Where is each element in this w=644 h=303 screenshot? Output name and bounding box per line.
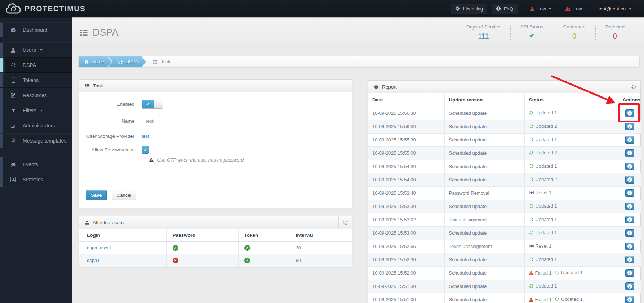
status-label: Updated 1 <box>536 230 557 235</box>
status-label: Updated 2 <box>536 177 557 182</box>
info-button[interactable]: i <box>625 229 634 237</box>
info-button[interactable]: i <box>625 269 634 277</box>
sidebar-item-events[interactable]: Events <box>0 157 72 172</box>
chart-icon <box>10 177 17 182</box>
report-actions-cell: i <box>618 107 641 120</box>
report-actions-cell: i <box>618 173 641 186</box>
info-button[interactable]: i <box>625 189 634 197</box>
sidebar-item-administrators[interactable]: Administrators <box>0 118 72 133</box>
list-icon <box>85 83 90 88</box>
status-label: Updated 1 <box>536 137 557 142</box>
refresh-button[interactable] <box>338 216 352 229</box>
faq-button[interactable]: FAQ <box>492 4 518 14</box>
user-login-link[interactable]: dspa1 <box>87 258 99 263</box>
cloud-logo-icon <box>5 3 21 15</box>
account-menu[interactable]: test@test.co <box>599 6 632 12</box>
accent-bar <box>0 134 3 148</box>
info-button[interactable]: i <box>625 163 634 170</box>
info-button[interactable]: i <box>625 136 634 144</box>
info-icon: i <box>627 244 632 249</box>
info-button[interactable]: i <box>625 243 634 250</box>
cancel-button[interactable]: Cancel <box>112 190 136 200</box>
report-status-cell: Updated 1 <box>524 200 618 213</box>
sidebar-item-resources[interactable]: Resources <box>0 88 72 103</box>
report-reason-cell: Scheduled update <box>444 226 524 240</box>
name-input[interactable] <box>142 116 340 126</box>
info-icon: i <box>627 284 632 289</box>
info-button[interactable]: i <box>625 296 634 303</box>
signal-icon <box>10 123 17 128</box>
sidebar-item-label: Message templates <box>23 138 66 144</box>
protectimus-dspa-page: { "navbar": { "brand": "PROTECTIMUS", "l… <box>0 0 644 303</box>
report-status-cell: Updated 1 <box>524 133 618 146</box>
report-status-cell: Updated 1 <box>524 280 618 293</box>
info-icon: i <box>627 271 632 275</box>
sidebar-item-dashboard[interactable]: Dashboard <box>0 22 72 37</box>
x-circle-icon: ✖ <box>173 258 178 263</box>
licensing-button[interactable]: Licensing <box>451 4 487 14</box>
check-circle-icon: ✔ <box>173 245 178 251</box>
affected-users-header-row: LoginPasswordTokenInterval <box>79 229 352 241</box>
save-button[interactable]: Save <box>86 190 107 200</box>
refresh-icon <box>529 164 534 168</box>
report-status-cell: Updated 1 <box>524 213 618 226</box>
info-button[interactable]: i <box>625 149 634 157</box>
breadcrumb-item-home[interactable]: Home <box>79 56 112 67</box>
info-button[interactable]: i <box>625 109 634 117</box>
report-reason-cell: Token unassignment <box>444 240 524 253</box>
report-row: 10-09-2025 15:52:00Scheduled update!Fail… <box>368 266 641 280</box>
report-status-cell: Updated 2 <box>524 146 618 160</box>
report-date-cell: 10-09-2025 15:52:30 <box>368 253 444 266</box>
report-date-cell: 10-09-2025 15:52:00 <box>368 266 444 280</box>
status-segment: Updated 1 <box>529 203 557 209</box>
column-header-status: Status <box>524 93 618 107</box>
refresh-icon <box>529 150 534 155</box>
alert-users-menu[interactable]: Low <box>565 6 582 12</box>
report-reason-cell: Token assignment <box>444 213 524 226</box>
protectimus-logo[interactable]: PROTECTIMUS <box>5 3 85 15</box>
passwordless-checkbox[interactable]: ✔ <box>142 146 149 154</box>
affected-users-title: Affected users <box>93 220 124 225</box>
user-login-link[interactable]: dspa_user1 <box>87 245 111 250</box>
info-button[interactable]: i <box>625 203 634 210</box>
enabled-toggle[interactable]: ✔ <box>142 100 163 109</box>
alert-user-menu[interactable]: Low <box>530 6 551 12</box>
report-row: 10-09-2025 15:54:30Scheduled updateUpdat… <box>368 160 641 173</box>
sidebar-item-message-templates[interactable]: Message templates <box>0 133 72 148</box>
passwordless-label: Allow Passwordless <box>79 147 142 153</box>
sidebar-item-tokens[interactable]: Tokens <box>0 73 72 88</box>
sidebar-item-filters[interactable]: Filters <box>0 103 72 118</box>
report-date-cell: 10-09-2025 15:53:00 <box>368 226 444 240</box>
user-alert-icon <box>530 6 535 12</box>
status-label: Updated 1 <box>536 110 557 116</box>
provider-link[interactable]: test <box>142 134 149 139</box>
report-header-row: DateUpdate reasonStatusActions <box>368 93 641 107</box>
passwordless-hint-row: ! Use OTP when the user has no password <box>149 157 352 163</box>
report-status-cell: Updated 1 <box>524 160 618 173</box>
breadcrumb-item-dspa[interactable]: DSPA <box>108 56 146 67</box>
info-button[interactable]: i <box>625 282 634 290</box>
report-date-cell: 10-09-2025 15:54:00 <box>368 173 444 186</box>
report-status-cell: !Failed 1Updated 1 <box>524 293 618 303</box>
page-title-text: DSPA <box>93 27 119 38</box>
toggle-knob <box>154 100 163 108</box>
report-actions-cell: i <box>618 213 641 226</box>
info-button[interactable]: i <box>625 123 634 130</box>
report-reason-cell: Scheduled update <box>444 133 524 146</box>
accent-bar <box>0 172 3 187</box>
refresh-button[interactable] <box>627 81 640 93</box>
bullhorn-icon <box>10 162 17 167</box>
stat-label: API Status <box>520 24 543 30</box>
report-status-cell: Reset 1 <box>524 240 618 253</box>
info-button[interactable]: i <box>625 176 634 184</box>
sidebar-item-label: DSPA <box>23 62 36 68</box>
column-header-date: Date <box>368 93 444 107</box>
info-icon: i <box>627 111 632 116</box>
info-icon: i <box>627 137 632 142</box>
info-button[interactable]: i <box>625 216 634 223</box>
sidebar-item-users[interactable]: Users <box>0 42 72 58</box>
info-button[interactable]: i <box>625 256 634 263</box>
sidebar-item-statistics[interactable]: Statistics <box>0 172 72 187</box>
sidebar-item-dspa[interactable]: DSPA <box>0 58 72 73</box>
accent-bar <box>0 23 3 37</box>
